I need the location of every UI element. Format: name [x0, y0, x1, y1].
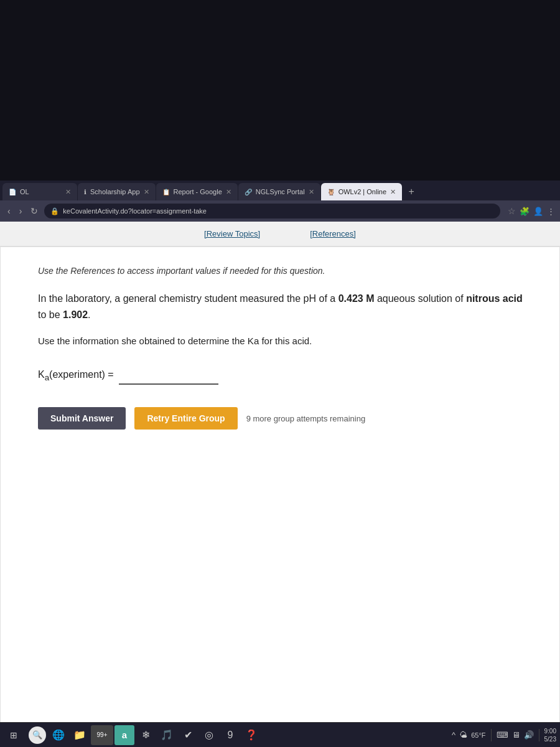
taskbar-app-music[interactable]: 🎵	[157, 725, 177, 745]
taskbar-app-browser[interactable]: 🌐	[49, 725, 68, 745]
ka-subscript: a	[45, 373, 49, 382]
bookmark-icon[interactable]: ☆	[508, 206, 516, 216]
start-button[interactable]: ⊞	[4, 725, 24, 745]
taskbar-search-button[interactable]: 🔍	[29, 726, 46, 744]
references-link[interactable]: [References]	[310, 229, 356, 238]
taskbar-weather-icon: 🌤	[459, 730, 467, 740]
review-topics-link[interactable]: [Review Topics]	[204, 229, 260, 238]
ref-bar: [Review Topics] [References]	[0, 222, 560, 247]
lock-icon: 🔒	[50, 207, 59, 215]
instructions-text: Use the References to access important v…	[38, 266, 528, 276]
new-tab-button[interactable]: +	[403, 183, 420, 200]
tab-5-active[interactable]: 🦉 OWLv2 | Online ✕	[321, 183, 402, 200]
tab-1-label: OL	[20, 188, 29, 195]
tab-4-label: NGLSync Portal	[256, 188, 305, 195]
tab-2-close[interactable]: ✕	[144, 188, 149, 196]
attempts-remaining-text: 9 more group attempts remaining	[246, 414, 365, 423]
address-bar-url: keCovalentActivity.do?locator=assignment…	[63, 207, 207, 215]
forward-button[interactable]: ›	[17, 205, 25, 217]
tab-2[interactable]: ℹ Scholarship App ✕	[78, 183, 156, 200]
taskbar-right: ^ 🌤 65°F ⌨ 🖥 🔊 9:00 5/23	[452, 727, 556, 743]
tab-3-close[interactable]: ✕	[226, 188, 231, 196]
back-button[interactable]: ‹	[5, 205, 13, 217]
tab-1-close[interactable]: ✕	[65, 188, 71, 196]
search-icon: 🔍	[32, 730, 42, 740]
ka-label: Ka(experiment) =	[38, 369, 114, 382]
taskbar-divider	[491, 729, 492, 741]
taskbar-app-a[interactable]: a	[114, 725, 134, 745]
extensions-icon[interactable]: 🧩	[520, 207, 530, 216]
ka-input-row: Ka(experiment) =	[38, 366, 528, 385]
taskbar: ⊞ 🔍 🌐 📁 99+ a ❄ 🎵 ✔ ◎ 9 ❓ ^ 🌤 65°F ⌨ 🖥 🔊…	[0, 722, 560, 747]
keyboard-icon[interactable]: ⌨	[497, 730, 508, 740]
tab-4-icon: 🔗	[245, 189, 252, 195]
screen-icon[interactable]: 🖥	[512, 730, 520, 740]
taskbar-app-check[interactable]: ✔	[178, 725, 198, 745]
tab-3-icon: 📋	[162, 189, 170, 195]
volume-icon[interactable]: 🔊	[524, 730, 534, 740]
taskbar-time: 9:00 5/23	[544, 727, 556, 743]
tab-4[interactable]: 🔗 NGLSync Portal ✕	[238, 183, 320, 200]
taskbar-app-9[interactable]: 9	[220, 725, 240, 745]
ka-experiment-input[interactable]	[119, 366, 218, 385]
caret-icon[interactable]: ^	[452, 730, 455, 740]
main-content: [Review Topics] [References] Use the Ref…	[0, 222, 560, 747]
dark-background	[0, 0, 560, 199]
taskbar-app-files[interactable]: 📁	[70, 725, 90, 745]
address-bar-icons: ☆ 🧩 👤 ⋮	[508, 206, 555, 216]
submit-answer-button[interactable]: Submit Answer	[38, 407, 126, 430]
date-display: 5/23	[544, 735, 556, 743]
sub-question-text: Use the information she obtained to dete…	[38, 334, 528, 349]
question-main-text: In the laboratory, a general chemistry s…	[38, 291, 528, 322]
tab-bar: 📄 OL ✕ ℹ Scholarship App ✕ 📋 Report - Go…	[0, 181, 560, 200]
time-display: 9:00	[544, 727, 556, 735]
browser-chrome: 📄 OL ✕ ℹ Scholarship App ✕ 📋 Report - Go…	[0, 181, 560, 222]
tab-5-close[interactable]: ✕	[390, 188, 396, 196]
tab-5-icon: 🦉	[327, 189, 335, 195]
tab-1-icon: 📄	[9, 189, 16, 195]
ph-value-highlight: 1.902	[63, 309, 88, 320]
acid-name-highlight: nitrous acid	[466, 293, 523, 304]
taskbar-app-store[interactable]: 99+	[91, 725, 113, 745]
button-row: Submit Answer Retry Entire Group 9 more …	[38, 407, 528, 430]
taskbar-apps: 🌐 📁 99+ a ❄ 🎵 ✔ ◎ 9 ❓	[49, 725, 449, 745]
tab-3-label: Report - Google	[174, 188, 222, 195]
tab-2-icon: ℹ	[84, 189, 86, 195]
taskbar-divider-2	[539, 729, 539, 741]
profile-icon[interactable]: 👤	[533, 207, 543, 216]
refresh-button[interactable]: ↻	[28, 205, 40, 217]
tab-4-close[interactable]: ✕	[309, 188, 314, 196]
menu-icon[interactable]: ⋮	[547, 207, 555, 216]
concentration-highlight: 0.423 M	[338, 293, 375, 304]
retry-entire-group-button[interactable]: Retry Entire Group	[134, 407, 237, 430]
taskbar-app-help[interactable]: ❓	[241, 725, 261, 745]
taskbar-app-snowflake[interactable]: ❄	[136, 725, 156, 745]
taskbar-app-circle[interactable]: ◎	[199, 725, 219, 745]
tab-5-label: OWLv2 | Online	[338, 188, 386, 195]
tab-1[interactable]: 📄 OL ✕	[2, 183, 77, 200]
address-bar-row: ‹ › ↻ 🔒 keCovalentActivity.do?locator=as…	[0, 200, 560, 222]
taskbar-temperature: 65°F	[471, 731, 485, 739]
tab-2-label: Scholarship App	[90, 188, 140, 195]
tab-3[interactable]: 📋 Report - Google ✕	[156, 183, 238, 200]
address-bar[interactable]: 🔒 keCovalentActivity.do?locator=assignme…	[44, 204, 500, 218]
content-panel: Use the References to access important v…	[0, 247, 560, 747]
